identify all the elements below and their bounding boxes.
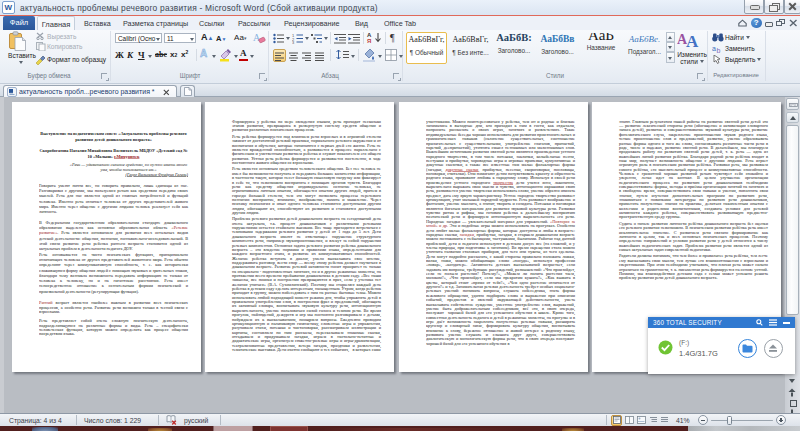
- svg-text:a: a: [712, 45, 716, 52]
- svg-text:3: 3: [292, 40, 295, 44]
- svg-text:b: b: [717, 47, 721, 53]
- svg-text:А: А: [686, 32, 699, 50]
